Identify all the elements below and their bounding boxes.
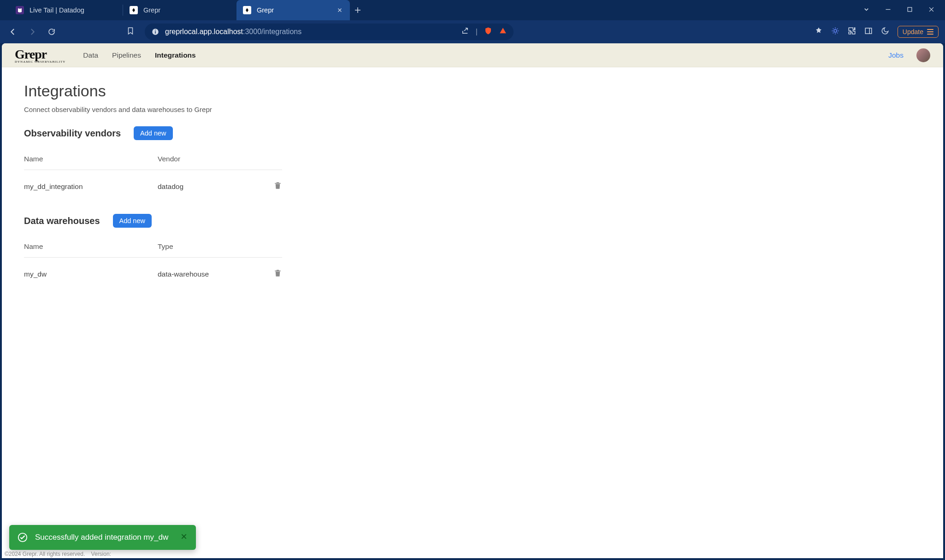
page-description: Connect observability vendors and data w… [24, 106, 358, 113]
page-title: Integrations [24, 82, 358, 100]
new-tab-button[interactable] [350, 0, 366, 20]
url-text: greprlocal.app.localhost:3000/integratio… [165, 28, 301, 36]
update-button[interactable]: Update [898, 26, 939, 38]
footer-version-label: Version: [91, 551, 111, 557]
browser-toolbar: greprlocal.app.localhost:3000/integratio… [0, 20, 945, 43]
brave-rewards-icon[interactable] [499, 27, 507, 37]
vendors-section-head: Observability vendors Add new [24, 126, 358, 140]
svg-rect-2 [155, 31, 156, 34]
table-row[interactable]: my_dw data-warehouse [24, 258, 282, 291]
close-tab-icon[interactable] [336, 6, 343, 14]
svg-rect-5 [865, 28, 872, 34]
svg-rect-0 [908, 7, 912, 12]
bookmark-icon[interactable] [126, 27, 135, 37]
extensions-puzzle-icon[interactable] [848, 27, 856, 37]
trash-icon[interactable] [273, 183, 282, 191]
chevron-down-icon[interactable] [863, 6, 870, 15]
back-button[interactable] [6, 25, 19, 38]
main-nav: Data Pipelines Integrations [83, 51, 195, 59]
warehouses-heading: Data warehouses [24, 216, 100, 226]
close-window-icon[interactable] [928, 6, 935, 15]
warehouse-type-cell: data-warehouse [158, 258, 254, 291]
vendors-col-name: Name [24, 148, 158, 170]
grepr-favicon-icon [130, 6, 138, 14]
update-label: Update [903, 28, 923, 35]
site-info-icon[interactable] [151, 28, 159, 36]
page-body: Integrations Connect observability vendo… [2, 67, 380, 305]
extension-icon-1[interactable] [815, 27, 823, 37]
dark-mode-icon[interactable] [881, 27, 889, 37]
browser-chrome: Live Tail | Datadog Grepr Grepr [0, 0, 945, 43]
warehouse-name-cell: my_dw [24, 258, 158, 291]
warehouses-col-name: Name [24, 236, 158, 258]
tab-title: Grepr [143, 6, 230, 14]
footer: ©2024 Grepr. All rights reserved. Versio… [5, 551, 111, 557]
vendors-col-vendor: Vendor [158, 148, 254, 170]
add-vendor-button[interactable]: Add new [134, 126, 172, 140]
extension-icon-2[interactable] [831, 27, 839, 37]
vendors-heading: Observability vendors [24, 128, 121, 139]
logo-subtext: DYNAMIC OBSERVABILITY [15, 60, 65, 64]
address-bar[interactable]: greprlocal.app.localhost:3000/integratio… [145, 24, 514, 40]
success-toast: Successfully added integration my_dw [9, 525, 196, 550]
vendor-vendor-cell: datadog [158, 170, 254, 203]
brave-shield-icon[interactable] [484, 27, 492, 37]
tab-strip: Live Tail | Datadog Grepr Grepr [0, 0, 945, 20]
close-toast-button[interactable] [180, 533, 188, 542]
app-viewport: Grepr DYNAMIC OBSERVABILITY Data Pipelin… [2, 43, 943, 558]
tab-title: Live Tail | Datadog [30, 6, 116, 14]
tab-title: Grepr [257, 6, 331, 14]
share-icon[interactable] [461, 27, 469, 37]
warehouses-section-head: Data warehouses Add new [24, 214, 358, 228]
reload-button[interactable] [45, 25, 58, 38]
vendors-table: Name Vendor my_dd_integration datadog [24, 148, 282, 203]
warehouses-col-type: Type [158, 236, 254, 258]
nav-pipelines[interactable]: Pipelines [112, 51, 141, 59]
window-controls [863, 0, 945, 20]
nav-data[interactable]: Data [83, 51, 98, 59]
svg-point-4 [834, 29, 837, 32]
nav-integrations[interactable]: Integrations [155, 51, 196, 59]
tab-grepr-inactive[interactable]: Grepr [123, 0, 236, 20]
vendor-name-cell: my_dd_integration [24, 170, 158, 203]
table-row[interactable]: my_dd_integration datadog [24, 170, 282, 203]
minimize-icon[interactable] [885, 6, 892, 15]
logo[interactable]: Grepr DYNAMIC OBSERVABILITY [15, 47, 65, 64]
tab-datadog[interactable]: Live Tail | Datadog [9, 0, 123, 20]
avatar[interactable] [916, 48, 930, 62]
trash-icon[interactable] [273, 271, 282, 279]
sidebar-toggle-icon[interactable] [864, 27, 873, 37]
toast-message: Successfully added integration my_dw [35, 533, 168, 542]
logo-text: Grepr [15, 47, 47, 61]
forward-button[interactable] [26, 25, 39, 38]
tab-grepr-active[interactable]: Grepr [236, 0, 350, 20]
warehouses-table: Name Type my_dw data-warehouse [24, 236, 282, 290]
svg-rect-3 [155, 30, 156, 31]
check-circle-icon [18, 532, 28, 542]
footer-copyright: ©2024 Grepr. All rights reserved. [5, 551, 85, 557]
grepr-favicon-icon [243, 6, 251, 14]
hamburger-icon [927, 29, 933, 35]
app-header: Grepr DYNAMIC OBSERVABILITY Data Pipelin… [2, 43, 943, 67]
datadog-favicon-icon [16, 6, 24, 14]
maximize-icon[interactable] [906, 6, 913, 15]
add-warehouse-button[interactable]: Add new [113, 214, 152, 228]
jobs-link[interactable]: Jobs [888, 51, 904, 59]
